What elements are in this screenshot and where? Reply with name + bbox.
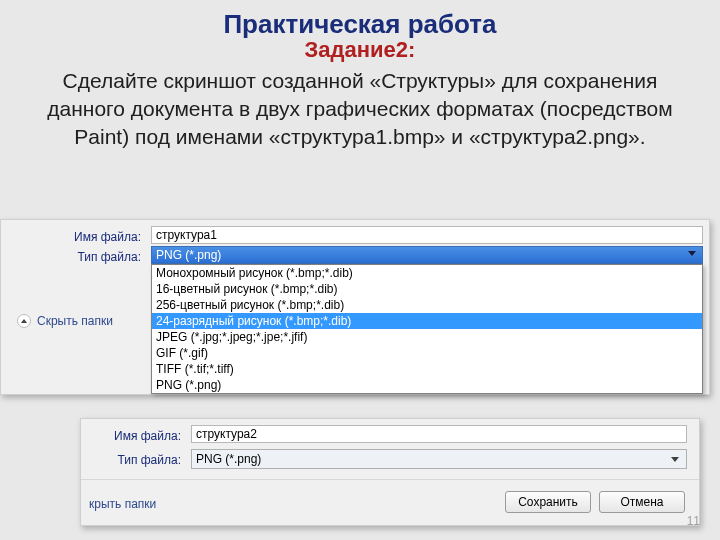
filetype-option[interactable]: Монохромный рисунок (*.bmp;*.dib) [152, 265, 702, 281]
filename-input[interactable]: структура2 [191, 425, 687, 443]
filename-input[interactable]: структура1 [151, 226, 703, 244]
filetype-selected-text: PNG (*.png) [196, 452, 261, 466]
task-heading: Задание2: [0, 37, 720, 63]
filename-label: Имя файла: [61, 230, 141, 244]
instruction-text: Сделайте скриншот созданной «Структуры» … [0, 63, 720, 152]
filetype-label: Тип файла: [101, 453, 181, 467]
filetype-option[interactable]: JPEG (*.jpg;*.jpeg;*.jpe;*.jfif) [152, 329, 702, 345]
filetype-option[interactable]: PNG (*.png) [152, 377, 702, 393]
filetype-selected-text: PNG (*.png) [156, 248, 221, 262]
page-number: 11 [687, 514, 700, 528]
dialog-buttons: Сохранить Отмена [505, 491, 685, 513]
divider [81, 479, 699, 480]
filetype-option[interactable]: GIF (*.gif) [152, 345, 702, 361]
save-dialog-2: Имя файла: структура2 Тип файла: PNG (*.… [80, 418, 700, 526]
hide-folders-toggle[interactable]: Скрыть папки [17, 314, 113, 328]
hide-folders-label: Скрыть папки [37, 314, 113, 328]
filetype-select[interactable]: PNG (*.png) [191, 449, 687, 469]
save-button[interactable]: Сохранить [505, 491, 591, 513]
hide-folders-toggle[interactable]: крыть папки [89, 497, 156, 511]
save-dialog-1: Имя файла: структура1 Тип файла: PNG (*.… [0, 219, 710, 395]
chevron-up-icon [17, 314, 31, 328]
filetype-option[interactable]: 256-цветный рисунок (*.bmp;*.dib) [152, 297, 702, 313]
filetype-dropdown[interactable]: Монохромный рисунок (*.bmp;*.dib)16-цвет… [151, 264, 703, 394]
filetype-select[interactable]: PNG (*.png) [151, 246, 703, 264]
cancel-button[interactable]: Отмена [599, 491, 685, 513]
filename-label: Имя файла: [101, 429, 181, 443]
filetype-label: Тип файла: [61, 250, 141, 264]
filetype-option[interactable]: 16-цветный рисунок (*.bmp;*.dib) [152, 281, 702, 297]
filetype-option[interactable]: TIFF (*.tif;*.tiff) [152, 361, 702, 377]
page-title: Практическая работа [0, 0, 720, 39]
chevron-down-icon [671, 457, 679, 462]
chevron-down-icon [688, 251, 696, 259]
filetype-option[interactable]: 24-разрядный рисунок (*.bmp;*.dib) [152, 313, 702, 329]
